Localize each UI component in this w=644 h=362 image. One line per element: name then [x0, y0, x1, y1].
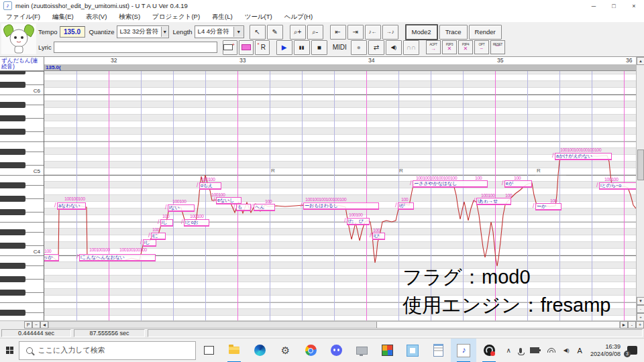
add-note-button[interactable]: + [223, 40, 237, 55]
rest-note[interactable]: R [398, 169, 429, 176]
note[interactable]: eが [504, 180, 532, 188]
black-key[interactable] [0, 129, 25, 135]
menu-item[interactable]: 表示(V) [80, 13, 113, 21]
rest-note[interactable]: R [535, 169, 566, 176]
rest-note[interactable]: R [270, 169, 302, 176]
black-key[interactable] [0, 82, 25, 88]
note[interactable]: iとのら~o [599, 182, 636, 190]
tilde-button[interactable]: ~ [32, 321, 40, 328]
ime-indicator[interactable]: A [578, 347, 582, 355]
taskbar-settings[interactable]: ⚙ [272, 339, 298, 362]
length-dropdown[interactable]: L4 4分音符 ▼ [195, 25, 244, 38]
black-key[interactable] [0, 310, 25, 316]
black-key[interactable] [0, 263, 25, 269]
measure-ruler[interactable]: 3233343536 [44, 57, 636, 64]
note[interactable]: iに [151, 233, 166, 240]
play-button[interactable]: ▶ [276, 40, 292, 55]
black-key[interactable] [0, 276, 25, 282]
battery-icon[interactable] [530, 347, 539, 353]
horizontal-scroll-track[interactable] [48, 321, 620, 328]
note[interactable]: iあゎ→せ [476, 198, 511, 205]
start-button[interactable] [0, 339, 19, 362]
taskbar-file-explorer[interactable] [221, 339, 247, 362]
taskbar-edge[interactable] [247, 339, 272, 362]
black-key[interactable] [0, 229, 25, 235]
taskbar-remote-app[interactable] [349, 339, 374, 362]
vertical-scrollbar[interactable]: ▲ ▼ - + [636, 57, 644, 321]
pitch-p2p3-button[interactable]: P2P3✕ [442, 40, 457, 54]
maximize-button[interactable]: □ [604, 1, 624, 11]
zoom-out-button[interactable]: ⌕- [307, 25, 323, 40]
note[interactable]: iない [168, 204, 195, 212]
minimize-button[interactable]: ─ [584, 1, 604, 11]
black-key[interactable] [0, 182, 25, 188]
piano-keys[interactable]: C6C5C4 [0, 71, 44, 321]
loop-button[interactable]: ⇄ [368, 40, 384, 55]
taskbar-clock[interactable]: 16:39 2024/09/08 [590, 343, 621, 358]
menu-item[interactable]: プロジェクト(P) [146, 13, 206, 21]
black-key[interactable] [0, 209, 25, 215]
note[interactable]: iとoお [184, 219, 209, 227]
microphone-icon[interactable] [519, 348, 522, 353]
lyric-input[interactable] [54, 42, 217, 53]
stop-button[interactable]: ■ [311, 40, 327, 55]
go-end-button[interactable]: ⇥ [347, 25, 364, 40]
pitch-curve[interactable] [44, 71, 636, 321]
vzoom-minus-button[interactable]: - [637, 305, 644, 313]
taskbar-search[interactable]: ここに入力して検索 [19, 341, 196, 360]
note[interactable]: iし [160, 219, 173, 227]
note[interactable]: iが [398, 202, 414, 210]
menu-item[interactable]: ファイル(F) [0, 13, 46, 21]
taskbar-chrome[interactable] [298, 339, 323, 362]
taskbar-photos[interactable] [400, 339, 425, 362]
note[interactable]: ーささやかなはなし [413, 180, 488, 188]
tempo-ruler[interactable]: 135.0( [44, 64, 636, 71]
close-button[interactable]: × [624, 1, 644, 11]
menu-item[interactable]: ツール(T) [239, 13, 278, 21]
note[interactable]: iし [143, 239, 156, 247]
hzoom-minus-button[interactable]: - [628, 321, 636, 328]
black-key[interactable] [0, 149, 25, 155]
black-key[interactable] [0, 196, 25, 202]
scroll-up-button[interactable]: ▲ [637, 57, 644, 65]
menu-item[interactable]: 再生(L) [206, 13, 239, 21]
black-key[interactable] [0, 71, 25, 74]
speaker-button[interactable]: ◀) [386, 40, 402, 55]
taskbar-notepad[interactable] [425, 339, 451, 362]
menu-item[interactable]: 編集(E) [46, 13, 80, 21]
taskbar-utau[interactable]: ♪ [451, 339, 476, 362]
scroll-left-button[interactable]: ◄ [40, 321, 48, 328]
mode2-toggle[interactable]: Mode2 [405, 24, 438, 40]
trace-button[interactable]: Trace [439, 25, 468, 40]
note[interactable]: aかけがえのない [555, 153, 612, 160]
go-start-button[interactable]: ⇤ [330, 25, 346, 40]
pitch-opt-button[interactable]: OPT~ [474, 40, 489, 54]
tray-chevron-icon[interactable]: ∧ [506, 347, 511, 354]
voicebank-name[interactable]: ずんだもん(連続音) [0, 57, 44, 71]
menu-item[interactable]: 検索(S) [113, 13, 146, 21]
pitch-p3p4-button[interactable]: P3P4✕ [458, 40, 473, 54]
vertical-scroll-thumb[interactable] [637, 149, 644, 180]
next-note-button[interactable]: →♪ [382, 25, 398, 40]
speaker-tray-icon[interactable]: ◀) [564, 347, 570, 353]
insert-rest-button[interactable]: *R [255, 40, 270, 55]
note-grid[interactable]: っかaなわないiこんなへんなおないiしiにiしiないiとoおoもえeないしもへん… [44, 71, 636, 321]
black-key[interactable] [0, 162, 25, 168]
zoom-in-button[interactable]: ⌕+ [290, 25, 306, 40]
scroll-down-button[interactable]: ▼ [637, 297, 644, 305]
note[interactable]: ーか [535, 203, 561, 210]
note-property-button[interactable] [239, 40, 254, 55]
pitch-reset-button[interactable]: RESET⌒ [490, 40, 505, 54]
note[interactable]: iたゝび [347, 218, 370, 225]
note[interactable]: っか [44, 254, 59, 261]
pitch-acpt-button[interactable]: ACPT→ [426, 40, 441, 54]
quantize-dropdown[interactable]: L32 32分音符 ▼ [117, 25, 169, 38]
select-tool-button[interactable]: ↖ [250, 25, 266, 40]
pitch-p-button[interactable]: P [24, 321, 32, 328]
black-key[interactable] [0, 115, 25, 121]
render-button[interactable]: Render [469, 25, 502, 40]
note[interactable]: oもえ [199, 182, 221, 190]
wifi-icon[interactable] [547, 348, 555, 353]
scroll-right-button[interactable]: ► [620, 321, 628, 328]
headphones-button[interactable]: ∩∩ [403, 40, 419, 55]
